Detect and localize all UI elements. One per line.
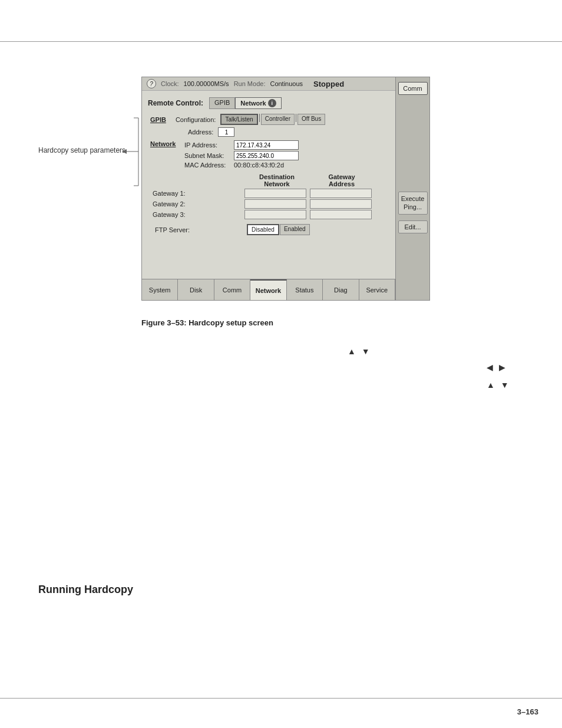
info-icon: i [268,99,276,107]
tab-service[interactable]: Service [359,279,395,300]
gateway1-dest-input[interactable] [244,189,306,198]
status-bar: ? Clock: 100.00000MS/s Run Mode: Continu… [142,77,429,91]
network-ip-row: Network IP Address: Subnet Mask: MAC Add… [150,140,389,169]
bottom-rule [0,698,562,699]
help-icon[interactable]: ? [147,79,156,88]
down-arrow-1: ▼ [362,347,370,356]
tab-network[interactable]: Network [250,279,286,300]
running-hardcopy-title: Running Hardcopy [38,584,133,596]
svg-marker-4 [122,149,127,154]
gateway-section: DestinationNetwork GatewayAddress Gatewa… [148,173,389,235]
remote-control-row: Remote Control: GPIB Network i [148,97,389,109]
gateway-column-labels: DestinationNetwork GatewayAddress [244,173,389,187]
ftp-label: FTP Server: [153,226,243,233]
gpib-label: GPIB [150,116,166,123]
gateway3-label: Gateway 3: [150,211,241,218]
subnet-field-row: Subnet Mask: [184,151,299,160]
gpib-row: GPIB Configuration: Talk/Listen Controll… [150,114,389,125]
right-arrow-1: ▶ [499,363,505,372]
ftp-buttons: Disabled Enabled [247,224,310,235]
mac-field-row: MAC Address: 00:80:c8:43:f0:2d [184,162,299,169]
ftp-server-row: FTP Server: Disabled Enabled [150,224,389,235]
instrument-screen: ? Clock: 100.00000MS/s Run Mode: Continu… [141,77,430,301]
gpib-tab[interactable]: GPIB [209,97,235,109]
ip-label: IP Address: [184,141,230,149]
tab-comm[interactable]: Comm [214,279,250,300]
separator [259,114,260,122]
gateway2-dest-input[interactable] [244,199,306,209]
network-tab[interactable]: Network i [235,97,281,109]
ftp-disabled-button[interactable]: Disabled [247,224,279,235]
gateway3-row: Gateway 3: [150,210,389,219]
gateway3-addr-input[interactable] [310,210,372,219]
remote-control-tabs: GPIB Network i [209,97,282,109]
stopped-status: Stopped [313,80,344,88]
network-fields: IP Address: Subnet Mask: MAC Address: 00… [184,140,299,169]
arrows-up-down-1: ▲ ▼ [348,347,370,356]
gpib-address-label: Address: [188,129,213,136]
gpib-address-row: Address: [150,127,389,137]
figure-caption: Figure 3–53: Hardcopy setup screen [141,318,273,327]
up-arrow-2: ▲ [487,380,495,390]
gateway1-row: Gateway 1: [150,189,389,198]
bottom-tab-bar: System Disk Comm Network Status Diag Ser… [142,279,395,300]
clock-label: Clock: [161,80,179,87]
tab-system[interactable]: System [142,279,178,300]
page-number: 3–163 [517,707,538,716]
controller-button[interactable]: Controller [261,114,295,125]
gpib-config-label: Configuration: [176,116,216,123]
execute-ping-button[interactable]: Execute Ping... [398,192,428,215]
gpib-mode-buttons: Talk/Listen Controller Off Bus [220,114,325,125]
down-arrow-2: ▼ [501,380,509,390]
gateway2-row: Gateway 2: [150,199,389,209]
tab-diag[interactable]: Diag [323,279,359,300]
ip-field-row: IP Address: [184,140,299,150]
gpib-address-input[interactable] [218,127,234,137]
gateway-addr-col-label: GatewayAddress [309,173,374,187]
gateway1-label: Gateway 1: [150,190,241,197]
gateway2-label: Gateway 2: [150,200,241,207]
up-arrow-1: ▲ [348,347,356,356]
arrows-left-right: ◀ ▶ [487,363,505,372]
top-rule [0,41,562,42]
gateway2-addr-input[interactable] [310,199,372,209]
hardcopy-label: Hardcopy setup parameters [38,146,125,154]
network-label: Network [150,140,181,147]
gateway3-dest-input[interactable] [244,210,306,219]
remote-control-label: Remote Control: [148,99,203,107]
runmode-label: Run Mode: [234,80,266,87]
edit-button[interactable]: Edit... [398,220,428,233]
subnet-mask-input[interactable] [234,151,299,160]
left-arrow-1: ◀ [487,363,493,372]
runmode-value: Continuous [270,80,303,87]
comm-button[interactable]: Comm [398,82,428,95]
ftp-enabled-button[interactable]: Enabled [280,224,310,235]
gpib-section: GPIB Configuration: Talk/Listen Controll… [148,114,389,137]
network-section: Network IP Address: Subnet Mask: MAC Add… [148,140,389,169]
main-content: Remote Control: GPIB Network i GPIB Conf… [142,93,395,279]
talk-listen-button[interactable]: Talk/Listen [220,114,257,125]
tab-status[interactable]: Status [287,279,323,300]
mac-value: 00:80:c8:43:f0:2d [234,162,284,169]
separator [296,114,296,122]
gateway1-addr-input[interactable] [310,189,372,198]
right-sidebar: Comm Execute Ping... Edit... [395,77,429,300]
mac-label: MAC Address: [184,162,230,169]
dest-network-col-label: DestinationNetwork [244,173,309,187]
off-bus-button[interactable]: Off Bus [297,114,325,125]
bracket-svg [121,115,144,189]
arrows-up-down-2: ▲ ▼ [487,380,509,390]
tab-disk[interactable]: Disk [178,279,214,300]
ip-address-input[interactable] [234,140,299,150]
subnet-label: Subnet Mask: [184,152,230,159]
clock-value: 100.00000MS/s [184,80,229,87]
